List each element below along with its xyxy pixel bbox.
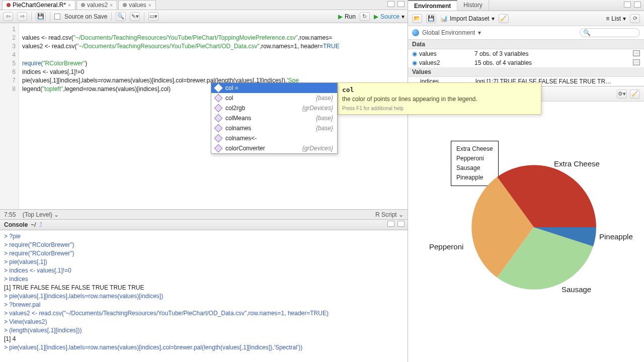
env-body: Data ◉values7 obs. of 3 variables ◉value… — [408, 40, 644, 86]
plot-settings-icon[interactable]: ⚙▾ — [617, 89, 627, 99]
editor-statusbar: 7:55 (Top Level) ⌄ R Script ⌄ — [0, 209, 408, 219]
console-popout-icon[interactable]: ⤴ — [39, 221, 42, 228]
console-header: Console ~/ ⤴ — [0, 219, 408, 230]
report-icon[interactable]: ▭▾ — [148, 12, 158, 21]
pie-chart — [468, 162, 599, 293]
expand-icon: ◉ — [412, 59, 417, 66]
run-button[interactable]: ▶Run — [338, 13, 356, 20]
line-gutter: 12345678 — [0, 23, 19, 209]
refresh-icon[interactable]: ⟳ — [630, 14, 640, 23]
source-button[interactable]: ▶Source ▾ — [374, 13, 405, 20]
env-scope[interactable]: Global Environment ▾ 🔍 — [408, 26, 644, 40]
ac-item[interactable]: col2rgb{grDevices} — [211, 103, 337, 113]
env-toolbar: 📂 💾 📊Import Dataset ▾ 🧹 ≡ List ▾ ⟳ — [408, 11, 644, 26]
ac-item[interactable]: colnames{base} — [211, 123, 337, 133]
maximize-pane-icon[interactable] — [397, 1, 405, 7]
tab-history[interactable]: History — [457, 0, 489, 11]
autocomplete-tooltip: col the color of points or lines appeari… — [338, 82, 541, 115]
tab-environment[interactable]: Environment — [408, 0, 457, 11]
save-workspace-icon[interactable]: 💾 — [426, 14, 436, 23]
expand-icon: ◉ — [412, 50, 417, 57]
env-tabbar: Environment History — [408, 0, 644, 11]
env-row-values2[interactable]: ◉values215 obs. of 4 variables — [408, 58, 644, 67]
import-dataset-button[interactable]: 📊Import Dataset ▾ — [440, 15, 495, 22]
param-icon — [214, 84, 223, 93]
tab-piechart[interactable]: PieChartGeneral.R*× — [2, 0, 75, 10]
clear-env-icon[interactable]: 🧹 — [499, 14, 509, 23]
code-editor[interactable]: 12345678 values <- read.csv("~/Documents… — [0, 23, 408, 209]
forward-icon[interactable]: ⇨ — [17, 12, 27, 21]
ac-item[interactable]: col{base} — [211, 93, 337, 103]
minimize-pane-icon[interactable] — [624, 2, 631, 8]
globe-icon — [412, 29, 419, 36]
close-icon[interactable]: × — [110, 3, 113, 8]
save-icon[interactable]: 💾 — [36, 12, 46, 21]
maximize-pane-icon[interactable] — [634, 2, 641, 8]
wand-icon[interactable]: ✎▾ — [130, 12, 140, 21]
rerun-icon[interactable]: ↻ — [360, 12, 370, 21]
console-body[interactable]: > ?pie > require("RColorBrewer") > requi… — [0, 230, 408, 362]
tab-values[interactable]: values× — [118, 0, 156, 10]
load-workspace-icon[interactable]: 📂 — [412, 14, 422, 23]
lang-selector[interactable]: R Script ⌄ — [375, 211, 404, 218]
label-extra-cheese: Extra Cheese — [554, 159, 600, 168]
scope-selector[interactable]: (Top Level) — [23, 211, 54, 218]
source-tabbar: PieChartGeneral.R*× values2× values× — [0, 0, 408, 10]
close-icon[interactable]: × — [148, 3, 151, 8]
label-sausage: Sausage — [561, 285, 591, 294]
ac-item[interactable]: colorConverter{grDevices} — [211, 143, 337, 153]
env-row-values[interactable]: ◉values7 obs. of 3 variables — [408, 49, 644, 58]
plot-pane: ⚙▾ 🧹 Extra CheesePepperoniSausagePineapp… — [408, 86, 644, 362]
ac-item[interactable]: col = — [211, 83, 337, 93]
tab-values2[interactable]: values2× — [76, 0, 117, 10]
source-on-save-label: Source on Save — [64, 13, 107, 20]
ac-item[interactable]: colnames<- — [211, 133, 337, 143]
find-icon[interactable]: 🔍 — [116, 12, 126, 21]
cursor-pos: 7:55 — [4, 211, 16, 218]
env-search-input[interactable]: 🔍 — [580, 28, 640, 37]
plot-clear-icon[interactable]: 🧹 — [630, 89, 640, 99]
console-cwd: ~/ — [31, 221, 36, 228]
minimize-pane-icon[interactable] — [387, 221, 394, 227]
ac-item[interactable]: colMeans{base} — [211, 113, 337, 123]
view-mode-button[interactable]: ≡ List ▾ — [606, 15, 626, 22]
label-pepperoni: Pepperoni — [429, 242, 463, 251]
back-icon[interactable]: ⇦ — [3, 12, 13, 21]
grid-icon[interactable] — [633, 50, 640, 56]
source-toolbar: ⇦ ⇨ 💾 Source on Save 🔍 ✎▾ ▭▾ ▶Run ↻ ▶Sou… — [0, 10, 408, 23]
grid-icon[interactable] — [633, 59, 640, 65]
source-on-save-checkbox[interactable] — [54, 14, 60, 20]
plot-canvas: Extra CheesePepperoniSausagePineapple Ex… — [408, 102, 644, 362]
close-icon[interactable]: × — [68, 3, 71, 8]
label-pineapple: Pineapple — [599, 232, 633, 241]
autocomplete-popup[interactable]: col = col{base} col2rgb{grDevices} colMe… — [211, 82, 338, 154]
minimize-pane-icon[interactable] — [387, 1, 394, 7]
maximize-pane-icon[interactable] — [397, 221, 405, 227]
